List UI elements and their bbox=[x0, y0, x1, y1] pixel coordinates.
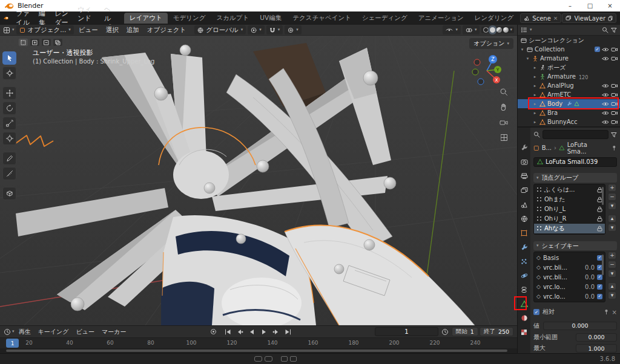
outliner-row-collection[interactable]: ▾ Collection ✓ bbox=[518, 45, 620, 54]
zoom-icon[interactable] bbox=[498, 86, 509, 97]
expand-icon[interactable]: ▸ bbox=[532, 93, 538, 97]
range-min-field[interactable]: 0.000 bbox=[576, 333, 617, 342]
remove-shape-key-button[interactable]: − bbox=[608, 261, 616, 268]
expand-icon[interactable]: ▸ bbox=[532, 120, 538, 125]
play-reverse-button[interactable] bbox=[246, 327, 257, 336]
hide-eye-icon[interactable] bbox=[602, 83, 609, 88]
disable-render-camera-icon[interactable] bbox=[611, 47, 618, 52]
tab-modifiers-icon[interactable] bbox=[519, 243, 529, 252]
blender-menu-icon[interactable] bbox=[4, 15, 8, 22]
scene-unlink-icon[interactable]: × bbox=[553, 15, 558, 21]
auto-key-button[interactable] bbox=[208, 327, 219, 336]
list-scrollbar[interactable] bbox=[602, 255, 604, 275]
navigation-gizmo[interactable]: Z Y X bbox=[470, 54, 504, 88]
move-key-up-button[interactable]: ▴ bbox=[608, 282, 616, 290]
editor-type-caret-icon[interactable]: ▾ bbox=[12, 28, 15, 32]
outliner-row-pose[interactable]: ▸ ポーズ bbox=[518, 63, 620, 72]
expand-icon[interactable]: ▸ bbox=[532, 111, 538, 115]
tab-rendering[interactable]: レンダリング bbox=[469, 13, 519, 24]
shading-solid-icon[interactable] bbox=[490, 27, 495, 33]
tab-texture-icon[interactable] bbox=[519, 328, 529, 337]
disable-render-camera-icon[interactable] bbox=[611, 83, 618, 88]
cursor-tool[interactable] bbox=[2, 67, 16, 80]
disable-render-camera-icon[interactable] bbox=[611, 101, 618, 106]
vertex-group-row-active[interactable]: Ahなる bbox=[534, 224, 605, 233]
expand-icon[interactable]: ▸ bbox=[532, 74, 538, 79]
menu-keying[interactable]: キーイング bbox=[35, 328, 72, 336]
hide-eye-icon[interactable] bbox=[602, 93, 609, 97]
hide-eye-icon[interactable] bbox=[602, 102, 609, 106]
frame-end-field[interactable]: 終了 250 bbox=[480, 327, 513, 336]
mode-dropdown[interactable]: オブジェク... ▾ bbox=[16, 25, 74, 34]
tab-constraints-icon[interactable] bbox=[519, 285, 529, 294]
select-mode-extend-icon[interactable] bbox=[30, 38, 40, 47]
remove-vertex-group-button[interactable]: − bbox=[608, 193, 616, 201]
shape-key-checkbox[interactable]: ✓ bbox=[597, 284, 602, 290]
hide-eye-icon[interactable] bbox=[602, 56, 609, 61]
current-frame-field[interactable]: 1 bbox=[375, 327, 438, 336]
shape-keys-header[interactable]: ▾ シェイプキー bbox=[533, 241, 617, 251]
properties-search-input[interactable] bbox=[542, 130, 608, 139]
tab-material-icon[interactable] bbox=[519, 314, 529, 322]
annotate-tool[interactable] bbox=[2, 152, 16, 165]
tab-texture-paint[interactable]: テクスチャペイント bbox=[287, 13, 357, 24]
search-icon[interactable] bbox=[602, 27, 608, 33]
camera-view-icon[interactable] bbox=[498, 117, 509, 128]
preview-range-icon[interactable] bbox=[441, 328, 449, 336]
transform-tool[interactable] bbox=[2, 132, 16, 145]
frame-start-field[interactable]: 開始 1 bbox=[452, 327, 478, 336]
lock-icon[interactable] bbox=[597, 206, 602, 212]
hide-eye-icon[interactable] bbox=[602, 120, 609, 125]
filter-funnel-icon[interactable] bbox=[611, 132, 617, 138]
tab-layout[interactable]: レイアウト bbox=[124, 13, 168, 24]
shading-material-icon[interactable] bbox=[496, 27, 502, 33]
timeline-editor-caret-icon[interactable]: ▾ bbox=[12, 330, 15, 334]
tab-modeling[interactable]: モデリング bbox=[168, 13, 211, 24]
outliner-row-armature[interactable]: ▾ Armature bbox=[518, 54, 620, 63]
tab-viewlayer-icon[interactable] bbox=[519, 186, 529, 195]
filter-funnel-icon[interactable] bbox=[611, 27, 617, 33]
copy-icon[interactable] bbox=[608, 16, 613, 21]
tab-physics-icon[interactable] bbox=[519, 271, 529, 280]
outliner-row-scene-collection[interactable]: シーンコレクション bbox=[518, 36, 620, 45]
timeline-scrollbar[interactable] bbox=[0, 348, 517, 353]
tab-particles-icon[interactable] bbox=[519, 257, 529, 265]
expand-icon[interactable]: ▾ bbox=[519, 47, 525, 52]
tab-render-icon[interactable] bbox=[519, 158, 529, 166]
shape-key-row[interactable]: ◇ vrc.lo... 0.0 ✓ bbox=[534, 291, 605, 301]
outliner-row-armature-data[interactable]: ▸ Armature 120 bbox=[518, 72, 620, 81]
overlays-dropdown[interactable]: ▾ bbox=[463, 25, 480, 34]
shape-key-row[interactable]: ◇ vrc.bli... 0.0 ✓ bbox=[534, 272, 605, 282]
breadcrumb-data[interactable]: LoFuta Sma... bbox=[567, 141, 607, 155]
shading-caret-icon[interactable]: ▾ bbox=[510, 28, 512, 32]
options-button[interactable]: オプション ▾ bbox=[469, 38, 513, 49]
select-mode-new-icon[interactable] bbox=[18, 38, 28, 47]
move-key-down-button[interactable]: ▾ bbox=[608, 291, 616, 299]
menu-marker[interactable]: マーカー bbox=[99, 328, 129, 336]
scale-tool[interactable] bbox=[2, 117, 16, 130]
list-scrollbar[interactable] bbox=[602, 187, 604, 205]
tab-animation[interactable]: アニメーション bbox=[413, 13, 469, 24]
add-vertex-group-button[interactable]: + bbox=[608, 184, 616, 192]
menu-timeline-view[interactable]: ビュー bbox=[73, 328, 97, 336]
outliner-editor-icon[interactable] bbox=[521, 27, 527, 33]
pivot-dropdown[interactable]: ▾ bbox=[248, 25, 265, 34]
clear-icon[interactable]: × bbox=[612, 309, 617, 316]
outliner-row-analplug[interactable]: ▸ AnalPlug bbox=[518, 81, 620, 90]
disable-render-camera-icon[interactable] bbox=[611, 110, 618, 115]
select-mode-subtract-icon[interactable] bbox=[41, 38, 51, 47]
ortho-toggle-icon[interactable] bbox=[498, 132, 509, 143]
lock-icon[interactable] bbox=[597, 226, 602, 232]
add-cube-tool[interactable] bbox=[2, 187, 16, 200]
add-shape-key-button[interactable]: + bbox=[608, 252, 616, 259]
shape-key-row[interactable]: ◇ vrc.bli... 0.0 ✓ bbox=[534, 262, 605, 272]
pan-hand-icon[interactable] bbox=[498, 102, 509, 112]
jump-to-end-button[interactable] bbox=[283, 327, 293, 336]
vertex-group-specials-button[interactable]: ▾ bbox=[608, 202, 616, 210]
move-group-down-button[interactable]: ▾ bbox=[608, 224, 616, 232]
3d-viewport[interactable]: ユーザー・透視投影 (1) Collection | Body : Shrink… bbox=[0, 36, 517, 325]
tab-output-icon[interactable] bbox=[519, 172, 529, 180]
vertex-group-row[interactable]: Ohり_L bbox=[534, 204, 605, 214]
outliner-editor-caret-icon[interactable]: ▾ bbox=[530, 28, 532, 32]
collection-checkbox[interactable]: ✓ bbox=[595, 47, 600, 52]
